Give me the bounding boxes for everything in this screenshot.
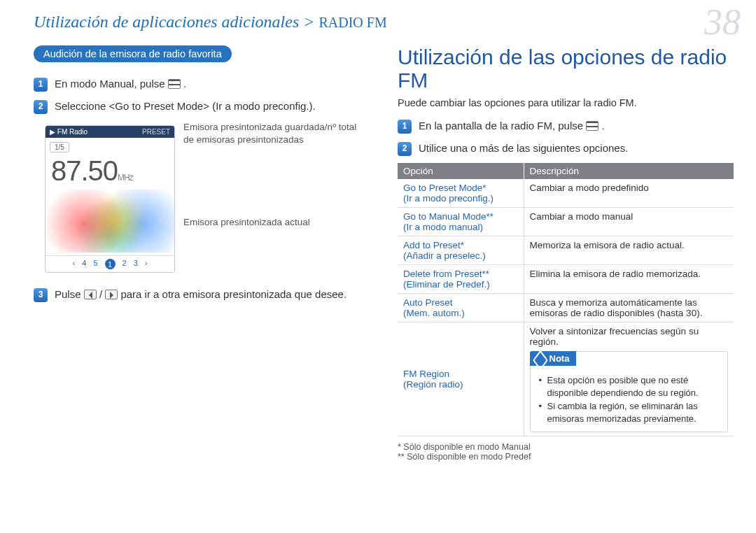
table-row-region: FM Region(Región radio) Volver a sintoni… [398,322,734,436]
right-step-1: 1 En la pantalla de la radio FM, pulse . [398,118,734,134]
step3-b: / [99,288,102,300]
table-row: Go to Preset Mode*(Ir a modo preconfig.)… [398,179,734,208]
step-badge-1: 1 [34,78,48,92]
callout-saved-presets: Emisora presintonizada guardada/nº total… [183,121,370,146]
rstep1-text: En la pantalla de la radio FM, pulse [419,120,586,132]
table-row: Auto Preset(Mem. autom.) Busca y memoriz… [398,294,734,322]
note-item: Esta opción es posible que no esté dispo… [539,374,722,399]
step3-a: Pulse [55,288,84,300]
note-item: Si cambia la región, se eliminarán las e… [539,400,722,425]
preset-item: 5 [93,259,97,269]
step-badge-2: 2 [34,100,48,114]
preset-item: 4 [82,259,86,269]
rstep1-tail: . [601,120,604,132]
device-mock: ▶ FM Radio PRESET 1/5 87.50MHz ‹ 4 5 1 2… [45,125,175,273]
breadcrumb-section: RADIO FM [318,15,386,30]
step1-text: En modo Manual, pulse [55,78,168,90]
th-option: Opción [398,163,524,179]
frequency-display: 87.50MHz [46,152,174,187]
preset-item: 2 [122,259,127,269]
left-step-3: 3 Pulse / para ir a otra emisora presint… [34,287,370,302]
preset-next: › [145,259,148,269]
note-label: Nota [530,351,577,366]
callout-current-preset: Emisora presintonizada actual [183,216,370,229]
mhz-label: MHz [118,173,133,183]
left-step-1: 1 En modo Manual, pulse . [34,76,370,92]
table-row: Delete from Preset**(Eliminar de Predef.… [398,265,734,294]
step-badge-1: 1 [398,120,412,134]
step-badge-2: 2 [398,142,412,156]
preset-item-current: 1 [105,259,115,269]
preset-item: 3 [134,259,138,269]
step2-text: Seleccione <Go to Preset Mode> (Ir a mod… [55,99,316,114]
preset-prev: ‹ [73,259,76,269]
footnote-2: ** Sólo disponible en modo Predef [398,452,734,462]
rstep2-text: Utilice una o más de las siguientes opci… [419,141,628,156]
note-box: Nota Esta opción es posible que no esté … [530,351,729,432]
left-arrow-icon [84,290,97,299]
breadcrumb: Utilización de aplicaciones adicionales … [34,13,734,31]
right-step-2: 2 Utilice una o más de las siguientes op… [398,141,734,156]
device-preset-label: PRESET [142,128,170,136]
footnote-1: * Sólo disponible en modo Manual [398,442,734,452]
left-step-2: 2 Seleccione <Go to Preset Mode> (Ir a m… [34,99,370,114]
spectrum-visual [46,190,174,253]
region-desc: Volver a sintonizar frecuencias según su… [530,326,699,347]
table-row: Add to Preset*(Añadir a preselec.) Memor… [398,236,734,265]
preset-bar: ‹ 4 5 1 2 3 › [46,255,174,272]
preset-ratio: 1/5 [50,142,69,152]
menu-icon [586,121,598,131]
breadcrumb-main: Utilización de aplicaciones adicionales … [34,13,314,31]
step-badge-3: 3 [34,288,48,302]
table-row: Go to Manual Mode**(Ir a modo manual) Ca… [398,208,734,236]
section-heading: Utilización de las opciones de radio FM [398,45,734,92]
section-pill: Audición de la emisora de radio favorita [34,45,232,62]
step3-c: para ir a otra emisora presintonizada qu… [120,288,346,300]
section-subtext: Puede cambiar las opciones para utilizar… [398,97,734,108]
device-title: ▶ FM Radio [50,128,88,136]
th-description: Descripción [524,163,734,179]
footnotes: * Sólo disponible en modo Manual ** Sólo… [398,442,734,462]
menu-icon [168,79,181,89]
options-table: Opción Descripción Go to Preset Mode*(Ir… [398,163,734,436]
left-column: Audición de la emisora de radio favorita… [34,45,370,462]
device-callouts: Emisora presintonizada guardada/nº total… [183,121,370,229]
step1-tail: . [183,78,186,90]
page-number: 38 [704,1,741,43]
right-column: Utilización de las opciones de radio FM … [398,45,734,462]
right-arrow-icon [105,290,118,299]
